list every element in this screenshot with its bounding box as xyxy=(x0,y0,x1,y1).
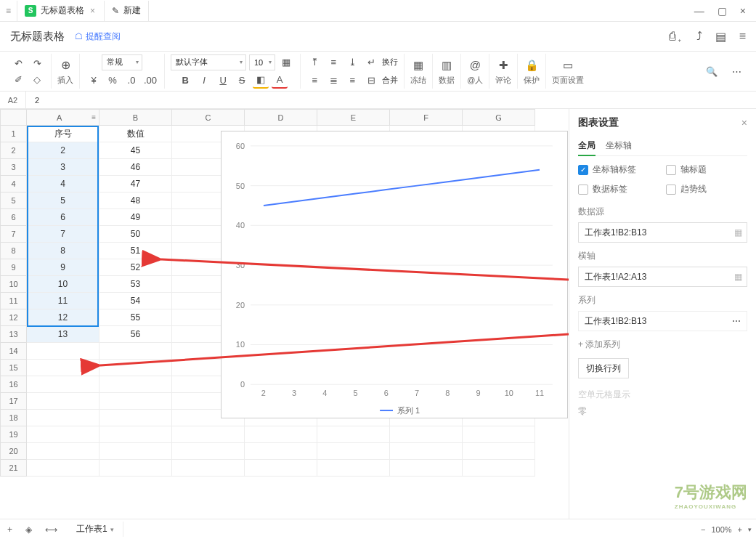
row-header-1[interactable]: 1 xyxy=(1,126,27,142)
row-header-6[interactable]: 6 xyxy=(1,209,27,226)
add-series-link[interactable]: + 添加系列 xyxy=(578,336,747,354)
cell[interactable] xyxy=(245,443,317,460)
align-center-icon[interactable]: ≣ xyxy=(325,73,341,89)
input-xaxis[interactable]: 工作表1!A2:A13▦ xyxy=(578,267,747,287)
cell[interactable] xyxy=(99,410,172,426)
cell[interactable]: 50 xyxy=(99,226,172,243)
protect-group[interactable]: 🔒 保护 xyxy=(518,54,546,89)
minimize-icon[interactable]: — xyxy=(694,5,704,17)
input-datasource[interactable]: 工作表1!B2:B13▦ xyxy=(578,222,747,243)
row-header-5[interactable]: 5 xyxy=(1,192,27,209)
redo-icon[interactable]: ↷ xyxy=(29,55,45,71)
currency-icon[interactable]: ¥ xyxy=(86,73,102,89)
row-header-9[interactable]: 9 xyxy=(1,259,27,276)
cell[interactable]: 5 xyxy=(27,192,99,209)
cell[interactable]: 10 xyxy=(27,276,99,293)
share-icon[interactable]: ⤴ xyxy=(696,30,702,44)
cell[interactable] xyxy=(463,460,535,477)
comment-group[interactable]: ✚ 评论 xyxy=(489,54,518,89)
cell[interactable] xyxy=(390,426,463,443)
merge-icon[interactable]: ⊟ xyxy=(363,73,379,89)
row-header-19[interactable]: 19 xyxy=(1,426,27,443)
row-header-10[interactable]: 10 xyxy=(1,276,27,293)
comment-bubble-icon[interactable]: ▤ xyxy=(715,30,726,44)
align-right-icon[interactable]: ≡ xyxy=(344,73,360,89)
check-trend[interactable]: 趋势线 xyxy=(666,183,748,195)
row-header-16[interactable]: 16 xyxy=(1,376,27,393)
cell[interactable] xyxy=(27,460,99,477)
align-left-icon[interactable]: ≡ xyxy=(306,73,322,89)
cell[interactable] xyxy=(99,426,172,443)
cell[interactable]: 51 xyxy=(99,243,172,259)
cell[interactable] xyxy=(390,460,463,477)
add-user-icon[interactable]: ⎙₊ xyxy=(669,30,683,44)
cell[interactable]: 9 xyxy=(27,259,99,276)
data-group[interactable]: ▥ 数据 xyxy=(433,54,461,89)
cell[interactable] xyxy=(27,443,99,460)
row-header-2[interactable]: 2 xyxy=(1,142,27,159)
cell[interactable] xyxy=(245,460,317,477)
row-header-12[interactable]: 12 xyxy=(1,309,27,326)
cell[interactable]: 7 xyxy=(27,226,99,243)
underline-icon[interactable]: U xyxy=(215,73,231,89)
check-axis-title[interactable]: 轴标题 xyxy=(666,163,748,176)
cell[interactable] xyxy=(172,460,245,477)
sheet-tab[interactable]: 工作表1▾ xyxy=(68,522,123,537)
cell[interactable] xyxy=(99,343,172,360)
text-color-icon[interactable]: A xyxy=(272,73,288,89)
format-painter-icon[interactable]: ✐ xyxy=(10,71,26,87)
undo-icon[interactable]: ↶ xyxy=(10,55,26,71)
tab-axes[interactable]: 坐标轴 xyxy=(606,137,632,155)
app-menu[interactable]: ≡ xyxy=(0,1,17,21)
range-picker-icon[interactable]: ▦ xyxy=(734,272,742,282)
add-sheet-icon[interactable]: + xyxy=(4,524,15,535)
row-header-8[interactable]: 8 xyxy=(1,243,27,259)
cell[interactable]: 序号 xyxy=(27,126,99,142)
panel-close-icon[interactable]: × xyxy=(741,117,747,129)
sheets-list-icon[interactable]: ◈ xyxy=(23,524,35,535)
number-format-select[interactable]: 常规 xyxy=(102,54,142,70)
row-header-3[interactable]: 3 xyxy=(1,159,27,176)
row-header-21[interactable]: 21 xyxy=(1,460,27,477)
cell[interactable] xyxy=(317,426,390,443)
formula-bar[interactable]: 2 xyxy=(26,96,39,105)
cell[interactable] xyxy=(27,426,99,443)
cell[interactable] xyxy=(390,443,463,460)
range-picker-icon[interactable]: ▦ xyxy=(734,227,742,238)
font-select[interactable]: 默认字体 xyxy=(171,54,246,70)
cell[interactable] xyxy=(463,426,535,443)
dec-inc-icon[interactable]: .0 xyxy=(123,73,139,89)
zoom-out-icon[interactable]: − xyxy=(701,525,705,534)
wrap-icon[interactable]: ↵ xyxy=(363,54,379,70)
namebox[interactable]: A2 xyxy=(0,92,26,108)
col-header-E[interactable]: E xyxy=(317,110,390,126)
fill-color-icon[interactable]: ◧ xyxy=(253,73,269,89)
tab-global[interactable]: 全局 xyxy=(578,137,596,156)
freeze-group[interactable]: ▦ 冻结 xyxy=(405,54,433,89)
italic-icon[interactable]: I xyxy=(196,73,212,89)
cell[interactable] xyxy=(99,376,172,393)
cell[interactable] xyxy=(317,460,390,477)
series-more-icon[interactable]: ⋯ xyxy=(732,316,741,326)
cell[interactable] xyxy=(99,443,172,460)
row-header-11[interactable]: 11 xyxy=(1,293,27,309)
switch-rowcol-button[interactable]: 切换行列 xyxy=(578,358,629,378)
row-header-13[interactable]: 13 xyxy=(1,326,27,343)
search-icon[interactable]: 🔍 xyxy=(704,63,720,79)
col-header-F[interactable]: F xyxy=(390,110,463,126)
maximize-icon[interactable]: ▢ xyxy=(718,5,727,17)
valign-mid-icon[interactable]: ≡ xyxy=(325,54,341,70)
row-header-15[interactable]: 15 xyxy=(1,360,27,376)
col-header-C[interactable]: C xyxy=(172,110,245,126)
row-header-7[interactable]: 7 xyxy=(1,226,27,243)
dec-dec-icon[interactable]: .00 xyxy=(142,73,158,89)
cell[interactable]: 54 xyxy=(99,293,172,309)
mention-group[interactable]: @ @人 xyxy=(461,54,489,89)
cell[interactable]: 3 xyxy=(27,159,99,176)
chart[interactable]: 0102030405060234567891011系列 1 xyxy=(221,131,568,418)
close-icon[interactable]: × xyxy=(89,6,97,16)
doc-tab-active[interactable]: S 无标题表格 × xyxy=(17,1,105,21)
cell[interactable]: 45 xyxy=(99,142,172,159)
insert-group[interactable]: ⊕ 插入 xyxy=(52,54,80,89)
cell[interactable] xyxy=(99,460,172,477)
